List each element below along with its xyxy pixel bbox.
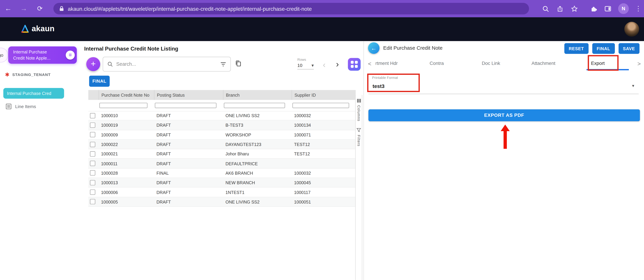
share-icon[interactable] — [556, 5, 564, 13]
tabs-scroll-left-icon[interactable]: < — [368, 61, 372, 67]
sidebar-item-internal-purchase-credit[interactable]: Internal Purchase Cred — [3, 88, 64, 99]
row-checkbox[interactable] — [90, 161, 95, 166]
column-filter-input[interactable] — [224, 103, 285, 108]
column-header[interactable]: Purchase Credit Note No — [98, 90, 154, 100]
select-caret-icon[interactable]: ▼ — [632, 84, 635, 88]
akaun-logo-icon — [20, 24, 30, 33]
cell: DEFAULTPRICE — [223, 161, 292, 166]
grid-view-button[interactable] — [348, 58, 361, 71]
table-row[interactable]: 1000010DRAFTONE LIVING SS21000032 — [88, 111, 356, 121]
pagination-prev-icon[interactable]: ‹ — [323, 60, 326, 70]
reset-button[interactable]: RESET — [564, 43, 588, 54]
row-checkbox[interactable] — [90, 151, 95, 157]
annotation-arrow-icon — [501, 125, 510, 131]
columns-tab[interactable]: Columns — [356, 99, 362, 121]
cell: TEST12 — [292, 142, 356, 147]
cell: 1000032 — [292, 113, 356, 118]
sidebar-tenant[interactable]: ✱ STAGING_TENANT — [5, 72, 51, 78]
row-checkbox[interactable] — [90, 122, 95, 128]
cell: AK6 BRANCH — [223, 171, 292, 175]
tab-contra[interactable]: Contra — [430, 61, 444, 66]
save-button[interactable]: SAVE — [618, 43, 640, 54]
sidebar-item-line-items[interactable]: Line Items — [6, 104, 36, 109]
row-checkbox[interactable] — [90, 199, 95, 204]
search-box[interactable]: Search... — [103, 57, 231, 72]
profile-avatar[interactable]: N — [618, 3, 629, 14]
tenant-logo-badge[interactable]: go — [0, 48, 8, 63]
akaun-logo[interactable]: akaun — [20, 24, 54, 33]
column-header[interactable]: Branch — [223, 90, 292, 100]
search-icon[interactable] — [541, 5, 550, 13]
filters-tab[interactable]: Filters — [356, 128, 362, 146]
back-button[interactable]: ← — [368, 42, 380, 54]
cell: 1000011 — [98, 161, 154, 166]
filters-tab-label: Filters — [357, 135, 361, 146]
row-checkbox-cell — [88, 189, 98, 195]
table-row[interactable]: 1000005DRAFTONE LIVING SS21000051 — [88, 197, 356, 207]
tab-attachment[interactable]: Attachment — [532, 61, 555, 66]
browser-back-icon[interactable]: ← — [3, 0, 13, 17]
cell: FINAL — [154, 171, 223, 175]
extensions-puzzle-icon[interactable] — [590, 5, 598, 13]
columns-tab-label: Columns — [357, 105, 361, 121]
cell: 1000005 — [98, 199, 154, 204]
row-checkbox[interactable] — [90, 189, 95, 195]
cell: NEW BRANCH — [223, 180, 292, 185]
browser-forward-icon[interactable]: → — [19, 0, 29, 17]
final-filter-button[interactable]: FINAL — [89, 76, 110, 87]
column-filter-input[interactable] — [100, 103, 148, 108]
tabs-scroll-right-icon[interactable]: > — [637, 61, 641, 67]
collapse-menu-icon[interactable]: ≡ — [66, 51, 75, 60]
edit-actions: RESET FINAL SAVE — [564, 43, 640, 54]
cell: TEST12 — [292, 151, 356, 156]
browser-reload-icon[interactable]: ⟳ — [35, 0, 45, 17]
url-bar[interactable]: akaun.cloud/#/applets/tnt/wavelet/erp/in… — [54, 3, 529, 14]
copy-icon[interactable] — [235, 60, 242, 67]
cell: Johor Bharu — [223, 151, 292, 156]
column-filter-input[interactable] — [292, 103, 349, 108]
table-row[interactable]: 1000028FINALAK6 BRANCH1000032 — [88, 168, 356, 178]
search-input[interactable]: Search... — [116, 61, 217, 67]
table-row[interactable]: 1000022DRAFTDAYANGTEST123TEST12 — [88, 140, 356, 149]
cell: DRAFT — [154, 161, 223, 166]
table-row[interactable]: 1000011DRAFTDEFAULTPRICE — [88, 159, 356, 168]
row-checkbox[interactable] — [90, 170, 95, 176]
row-checkbox-cell — [88, 199, 98, 204]
cell: DRAFT — [154, 142, 223, 147]
select-underline — [368, 94, 639, 94]
filters-funnel-icon — [356, 128, 361, 132]
sidebar-applet-button[interactable]: Internal Purchase Credit Note Apple... ≡ — [8, 47, 77, 64]
filter-list-icon[interactable] — [220, 62, 226, 67]
rows-per-page[interactable]: Rows 10 ▾ — [297, 58, 317, 70]
column-header[interactable]: Supplier ID — [292, 90, 356, 100]
column-filter-input[interactable] — [155, 103, 216, 108]
applet-button-label: Internal Purchase Credit Note Apple... — [13, 49, 50, 61]
column-header[interactable]: Posting Status — [154, 90, 223, 100]
table-row[interactable]: 1000006DRAFT1NTEST11000117 — [88, 188, 356, 197]
final-button[interactable]: FINAL — [592, 43, 615, 54]
cell: 1000022 — [98, 142, 154, 147]
table-row[interactable]: 1000021DRAFTJohor BharuTEST12 — [88, 149, 356, 159]
cell: DRAFT — [154, 199, 223, 204]
side-panel-icon[interactable] — [604, 5, 612, 13]
table-row[interactable]: 1000013DRAFTNEW BRANCH1000045 — [88, 178, 356, 188]
bookmark-star-icon[interactable] — [570, 5, 578, 13]
cell: DRAFT — [154, 113, 223, 118]
row-checkbox[interactable] — [90, 142, 95, 147]
user-avatar-photo[interactable] — [624, 22, 639, 37]
row-checkbox[interactable] — [90, 180, 95, 185]
table-body: 1000010DRAFTONE LIVING SS210000321000019… — [88, 111, 356, 207]
tab-department-hdr[interactable]: rtment Hdr — [376, 61, 398, 66]
table-header: Purchase Credit Note No Posting Status B… — [88, 90, 356, 100]
row-checkbox-cell — [88, 142, 98, 147]
table-row[interactable]: 1000019DRAFTB-TEST31000134 — [88, 121, 356, 130]
row-checkbox[interactable] — [90, 132, 95, 137]
export-as-pdf-button[interactable]: EXPORT AS PDF — [368, 109, 640, 121]
cell: WORKSHOP — [223, 132, 292, 137]
browser-menu-icon[interactable]: ⋮ — [635, 0, 642, 17]
table-row[interactable]: 1000009DRAFTWORKSHOP1000071 — [88, 130, 356, 140]
add-record-button[interactable]: + — [86, 57, 100, 71]
pagination-next-icon[interactable]: › — [336, 59, 339, 69]
row-checkbox[interactable] — [90, 113, 95, 118]
tab-doc-link[interactable]: Doc Link — [482, 61, 500, 66]
